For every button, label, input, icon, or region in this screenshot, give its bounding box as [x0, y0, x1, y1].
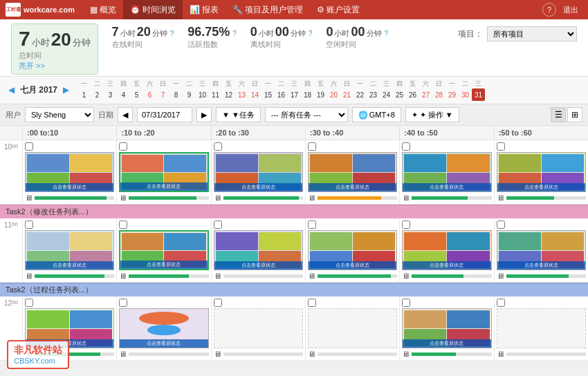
project-select[interactable]: 所有项目 [487, 26, 577, 41]
help-button[interactable]: ? [542, 3, 556, 17]
cal-day-3[interactable]: 3 [104, 88, 117, 101]
cal-prev[interactable]: ◀ [6, 85, 17, 95]
nav-item-project-user[interactable]: 🔧 项目及用户管理 [226, 0, 310, 19]
cell-checkbox[interactable] [497, 220, 505, 229]
cal-day-16[interactable]: 16 [275, 88, 288, 101]
filter-icon: ▼ [222, 111, 230, 119]
action-icon: ✦ [412, 111, 418, 120]
screenshot-thumb[interactable]: 点击查看原状态 [402, 152, 491, 192]
screenshot-thumb[interactable]: 点击查看原状态 [119, 152, 208, 192]
cell-checkbox[interactable] [308, 299, 316, 307]
cell-checkbox[interactable] [214, 142, 222, 151]
cal-day-21[interactable]: 21 [340, 88, 353, 101]
cal-day-31[interactable]: 31 [472, 88, 485, 101]
cell-checkbox[interactable] [497, 299, 505, 307]
nav-item-overview[interactable]: ▦ 概览 [83, 0, 123, 19]
screenshot-thumb[interactable]: 点击查看原状态 [308, 152, 397, 192]
screenshot-thumb[interactable]: 点击查看原状态 [119, 308, 208, 348]
cell-10-5: 点击查看原状态 🖥 [494, 140, 588, 204]
screenshot-thumb[interactable]: 点击查看原状态 [497, 152, 586, 192]
cal-day-24[interactable]: 24 [380, 88, 393, 101]
cal-day-13[interactable]: 13 [235, 88, 248, 101]
screenshot-thumb[interactable]: 点击查看原状态 [25, 230, 114, 270]
cell-checkbox[interactable] [25, 299, 33, 307]
screenshot-thumb[interactable]: 点击查看原状态 [402, 308, 491, 348]
tz-btn[interactable]: 🌐 GMT+8 [352, 107, 401, 122]
cal-day-17[interactable]: 17 [288, 88, 301, 101]
cal-day-29[interactable]: 29 [445, 88, 459, 101]
account-icon: ⚙ [317, 5, 324, 15]
cal-day-4[interactable]: 4 [117, 88, 130, 101]
screenshot-thumb[interactable]: 点击查看原状态 [308, 230, 397, 270]
cal-day-18[interactable]: 18 [301, 88, 314, 101]
cell-checkbox[interactable] [119, 299, 127, 307]
free-help[interactable]: ? [385, 30, 389, 37]
action-chevron: ▼ [445, 111, 453, 119]
cal-day-30[interactable]: 30 [459, 88, 472, 101]
activity-help[interactable]: ? [232, 30, 237, 37]
cal-day-8[interactable]: 8 [169, 88, 183, 101]
cell-checkbox[interactable] [119, 220, 127, 229]
free-label: 空闲时间 [326, 39, 388, 50]
cell-12-3: 🖥 [305, 297, 399, 360]
screenshot-thumb[interactable]: 点击查看原状态 [119, 230, 208, 270]
screenshot-thumb[interactable]: 点击查看原状态 [25, 152, 114, 192]
cal-day-10[interactable]: 10 [196, 88, 209, 101]
screenshot-thumb[interactable]: 点击查看原状态 [402, 230, 491, 270]
cal-day-5[interactable]: 5 [130, 88, 143, 101]
cell-checkbox[interactable] [25, 142, 33, 151]
date-input[interactable] [137, 107, 192, 122]
cell-checkbox[interactable] [214, 220, 222, 229]
cal-day-2[interactable]: 2 [91, 88, 104, 101]
cell-checkbox[interactable] [402, 299, 410, 307]
action-btn[interactable]: ✦ ✦ 操作 ▼ [405, 107, 459, 122]
user-select[interactable]: Sly Sheng [25, 107, 94, 122]
cell-checkbox[interactable] [308, 142, 316, 151]
cell-checkbox[interactable] [497, 142, 505, 151]
cal-day-20[interactable]: 20 [327, 88, 340, 101]
cell-checkbox[interactable] [214, 299, 222, 307]
grid-view-btn[interactable]: ⊞ [567, 107, 582, 122]
cal-day-22[interactable]: 22 [353, 88, 367, 101]
watermark-line2: CBSKY.com [14, 357, 62, 361]
cal-day-23[interactable]: 23 [367, 88, 380, 101]
task-filter-btn[interactable]: ▼ ▼任务 [216, 107, 261, 122]
reports-icon: 📊 [190, 5, 200, 15]
cal-day-14[interactable]: 14 [248, 88, 261, 101]
logout-button[interactable]: 退出 [559, 2, 582, 17]
cal-day-9[interactable]: 9 [183, 88, 196, 101]
task-select[interactable]: --- 所有任务 --- [265, 107, 348, 122]
offline-help[interactable]: ? [309, 30, 313, 37]
cal-day-19[interactable]: 19 [314, 88, 327, 101]
cell-checkbox[interactable] [402, 142, 410, 151]
cal-day-12[interactable]: 12 [222, 88, 235, 101]
screenshot-thumb[interactable]: 点击查看原状态 [214, 152, 303, 192]
cal-day-28[interactable]: 28 [432, 88, 445, 101]
cal-day-7[interactable]: 7 [156, 88, 169, 101]
nav-item-reports[interactable]: 📊 报表 [183, 0, 226, 19]
cal-next[interactable]: ▶ [60, 85, 72, 95]
nav-item-account[interactable]: ⚙ 账户设置 [310, 0, 367, 19]
cal-day-15[interactable]: 15 [261, 88, 275, 101]
cal-day-6[interactable]: 6 [143, 88, 156, 101]
overview-icon: ▦ [90, 5, 98, 15]
cal-day-1[interactable]: 1 [77, 88, 91, 101]
expand-btn[interactable]: 亮开 >> [19, 62, 45, 70]
main-content: :00 to:10 :10 to :20 :20 to :30 :30 to :… [0, 126, 588, 361]
list-view-btn[interactable]: ☰ [551, 107, 566, 122]
cal-day-27[interactable]: 27 [419, 88, 432, 101]
date-next-btn[interactable]: ▶ [196, 107, 212, 122]
screenshot-thumb[interactable]: 点击查看原状态 [497, 230, 586, 270]
online-help[interactable]: ? [170, 30, 174, 37]
screenshot-thumb[interactable]: 点击查看原状态 [214, 230, 303, 270]
cell-checkbox[interactable] [119, 142, 127, 151]
cal-day-26[interactable]: 26 [406, 88, 419, 101]
cell-checkbox[interactable] [308, 220, 316, 229]
cal-day-25[interactable]: 25 [393, 88, 406, 101]
cell-checkbox[interactable] [402, 220, 410, 229]
cal-day-11[interactable]: 11 [209, 88, 222, 101]
cell-checkbox[interactable] [25, 220, 33, 229]
date-prev-btn[interactable]: ◀ [118, 107, 133, 122]
cell-12-4: 点击查看原状态 🖥 [399, 297, 493, 360]
nav-item-time-browse[interactable]: ⏰ 时间浏览 [123, 0, 183, 19]
